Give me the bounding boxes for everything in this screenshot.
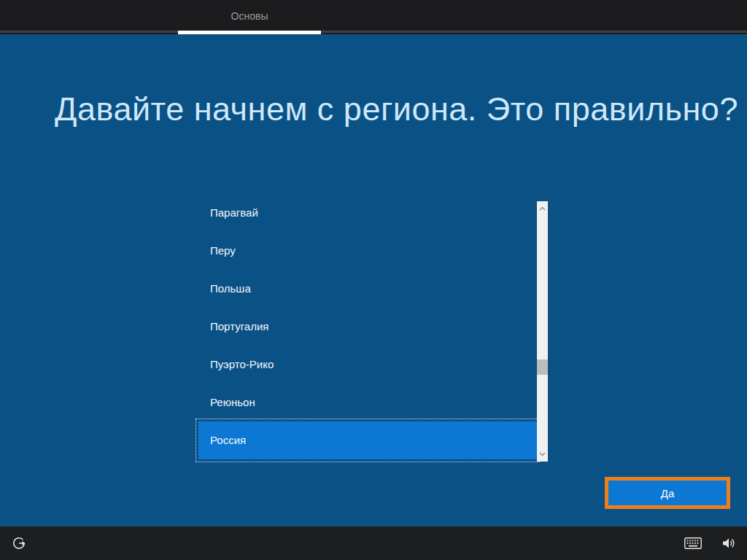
tab-basics-label: Основы <box>231 0 268 32</box>
oobe-region-screen: Основы Давайте начнем с региона. Это пра… <box>0 0 747 560</box>
topbar-divider <box>0 31 747 33</box>
region-option[interactable]: Парагвай <box>198 194 537 232</box>
region-list: Парагвай Перу Польша Португалия Пуэрто-Р… <box>198 194 537 459</box>
region-option[interactable]: Польша <box>198 270 537 308</box>
scroll-down-arrow[interactable] <box>537 448 548 460</box>
region-option-selected[interactable]: Россия <box>198 421 537 459</box>
region-option[interactable]: Португалия <box>198 308 537 346</box>
ease-of-access-icon[interactable] <box>9 526 29 560</box>
tab-active-indicator <box>178 31 321 34</box>
region-option[interactable]: Реюньон <box>198 384 537 421</box>
scroll-thumb[interactable] <box>537 359 548 375</box>
tab-basics[interactable]: Основы <box>178 0 321 34</box>
region-option[interactable]: Перу <box>198 232 537 270</box>
bottombar <box>0 526 747 560</box>
region-option[interactable]: Пуэрто-Рико <box>198 346 537 384</box>
volume-icon[interactable] <box>718 526 740 560</box>
scrollbar[interactable] <box>537 201 548 462</box>
topbar: Основы <box>0 0 747 34</box>
page-title: Давайте начнем с региона. Это правильно? <box>55 90 711 128</box>
yes-button[interactable]: Да <box>605 477 730 509</box>
keyboard-icon[interactable] <box>681 526 705 560</box>
scroll-up-arrow[interactable] <box>537 203 548 214</box>
